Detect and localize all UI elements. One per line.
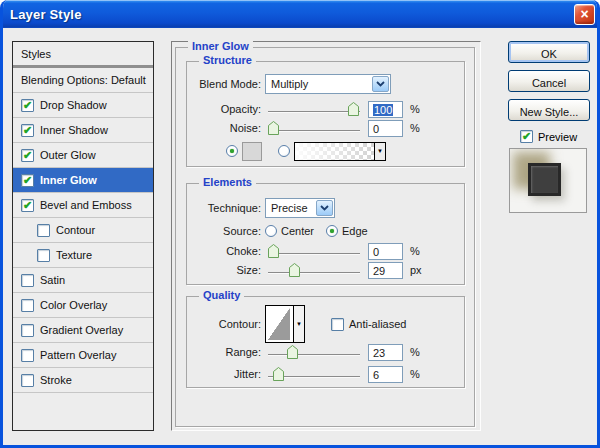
- style-item-label: Bevel and Emboss: [40, 199, 132, 211]
- preview-toggle[interactable]: ✔ Preview: [520, 130, 577, 143]
- stroke-checkbox[interactable]: [21, 374, 34, 387]
- style-item-outer-glow[interactable]: ✔Outer Glow: [13, 143, 153, 168]
- gradient-picker[interactable]: ▼: [294, 142, 386, 161]
- style-item-label: Satin: [40, 274, 65, 286]
- source-center-radio[interactable]: [265, 225, 277, 237]
- ok-button[interactable]: OK: [508, 41, 590, 63]
- style-item-stroke[interactable]: Stroke: [13, 368, 153, 393]
- style-item-label: Inner Glow: [40, 174, 97, 186]
- new-style-button[interactable]: New Style...: [508, 99, 590, 121]
- range-slider-thumb[interactable]: [287, 345, 298, 359]
- inner-shadow-checkbox[interactable]: ✔: [21, 124, 34, 137]
- noise-slider-track[interactable]: [268, 130, 360, 131]
- choke-input[interactable]: 0: [368, 243, 403, 260]
- technique-dropdown-button[interactable]: [316, 200, 333, 216]
- inner-glow-group-title: Inner Glow: [188, 40, 253, 52]
- styles-list: Styles Blending Options: Default✔Drop Sh…: [12, 41, 154, 431]
- styles-list-header: Styles: [13, 42, 153, 66]
- style-item-satin[interactable]: Satin: [13, 268, 153, 293]
- style-item-inner-glow[interactable]: ✔Inner Glow: [13, 168, 153, 193]
- chevron-down-icon: [320, 205, 329, 211]
- bevel-and-emboss-checkbox[interactable]: ✔: [21, 199, 34, 212]
- layer-style-dialog: Layer Style × Styles Blending Options: D…: [0, 0, 600, 448]
- gradient-overlay-checkbox[interactable]: [21, 324, 34, 337]
- source-row: Source: Center Edge: [190, 220, 462, 242]
- color-overlay-checkbox[interactable]: [21, 299, 34, 312]
- source-edge-radio[interactable]: [326, 225, 338, 237]
- size-input[interactable]: 29: [368, 262, 403, 279]
- noise-value: 0: [373, 123, 379, 135]
- contour-dropdown-arrow-icon[interactable]: ▼: [293, 306, 304, 342]
- contour-row: Contour: ▼ Anti-aliased: [190, 305, 462, 343]
- style-item-label: Stroke: [40, 374, 72, 386]
- noise-input[interactable]: 0: [368, 120, 403, 137]
- gradient-dropdown-arrow-icon[interactable]: ▼: [374, 143, 385, 160]
- pattern-overlay-checkbox[interactable]: [21, 349, 34, 362]
- glow-color-swatch[interactable]: [242, 142, 262, 161]
- jitter-input[interactable]: 6: [368, 366, 403, 383]
- size-slider-track[interactable]: [268, 272, 360, 273]
- style-item-color-overlay[interactable]: Color Overlay: [13, 293, 153, 318]
- noise-slider[interactable]: [268, 121, 360, 135]
- style-preview-thumbnail: [509, 148, 587, 213]
- style-item-blending-options-default[interactable]: Blending Options: Default: [13, 68, 153, 93]
- size-slider[interactable]: [268, 263, 360, 277]
- opacity-slider-thumb[interactable]: [348, 102, 359, 116]
- contour-thumbnail[interactable]: [268, 308, 290, 340]
- choke-slider[interactable]: [268, 244, 360, 258]
- choke-slider-thumb[interactable]: [268, 244, 279, 258]
- drop-shadow-checkbox[interactable]: ✔: [21, 99, 34, 112]
- choke-slider-track[interactable]: [268, 253, 360, 254]
- noise-label: Noise:: [190, 122, 261, 134]
- opacity-slider[interactable]: [268, 102, 360, 116]
- preview-label: Preview: [538, 131, 577, 143]
- opacity-slider-track[interactable]: [268, 111, 360, 112]
- inner-glow-checkbox[interactable]: ✔: [21, 174, 34, 187]
- style-item-contour[interactable]: Contour: [13, 218, 153, 243]
- style-item-gradient-overlay[interactable]: Gradient Overlay: [13, 318, 153, 343]
- style-item-label: Pattern Overlay: [40, 349, 116, 361]
- choke-unit: %: [410, 245, 420, 257]
- range-label: Range:: [190, 346, 261, 358]
- satin-checkbox[interactable]: [21, 274, 34, 287]
- range-slider-track[interactable]: [268, 354, 360, 355]
- preview-layer-square: [528, 163, 561, 196]
- opacity-value: 100: [373, 104, 393, 116]
- jitter-row: Jitter: 6 %: [190, 363, 462, 385]
- technique-select[interactable]: Precise: [265, 198, 335, 218]
- structure-group-title: Structure: [199, 54, 256, 66]
- style-item-label: Gradient Overlay: [40, 324, 123, 336]
- range-input[interactable]: 23: [368, 344, 403, 361]
- jitter-slider[interactable]: [268, 367, 360, 381]
- style-item-drop-shadow[interactable]: ✔Drop Shadow: [13, 93, 153, 118]
- anti-aliased-checkbox[interactable]: [331, 318, 344, 331]
- preview-checkbox[interactable]: ✔: [520, 130, 533, 143]
- jitter-unit: %: [410, 368, 420, 380]
- contour-checkbox[interactable]: [37, 224, 50, 237]
- jitter-value: 6: [373, 369, 379, 381]
- source-center-label: Center: [281, 225, 314, 237]
- color-radio[interactable]: [226, 145, 238, 157]
- range-slider[interactable]: [268, 345, 360, 359]
- blend-mode-select[interactable]: Multiply: [265, 74, 391, 94]
- contour-picker[interactable]: ▼: [265, 305, 305, 343]
- opacity-input[interactable]: 100: [368, 101, 403, 118]
- size-slider-thumb[interactable]: [289, 263, 300, 277]
- close-button[interactable]: ×: [574, 4, 595, 25]
- cancel-button[interactable]: Cancel: [508, 70, 590, 92]
- jitter-slider-thumb[interactable]: [273, 367, 284, 381]
- style-item-label: Texture: [56, 249, 92, 261]
- style-item-texture[interactable]: Texture: [13, 243, 153, 268]
- blend-mode-dropdown-button[interactable]: [372, 76, 389, 92]
- noise-unit: %: [410, 122, 420, 134]
- texture-checkbox[interactable]: [37, 249, 50, 262]
- dialog-body: Styles Blending Options: Default✔Drop Sh…: [3, 28, 597, 445]
- style-item-pattern-overlay[interactable]: Pattern Overlay: [13, 343, 153, 368]
- range-unit: %: [410, 346, 420, 358]
- noise-slider-thumb[interactable]: [268, 121, 279, 135]
- technique-row: Technique: Precise: [190, 197, 462, 219]
- style-item-inner-shadow[interactable]: ✔Inner Shadow: [13, 118, 153, 143]
- outer-glow-checkbox[interactable]: ✔: [21, 149, 34, 162]
- style-item-bevel-and-emboss[interactable]: ✔Bevel and Emboss: [13, 193, 153, 218]
- gradient-radio[interactable]: [278, 145, 290, 157]
